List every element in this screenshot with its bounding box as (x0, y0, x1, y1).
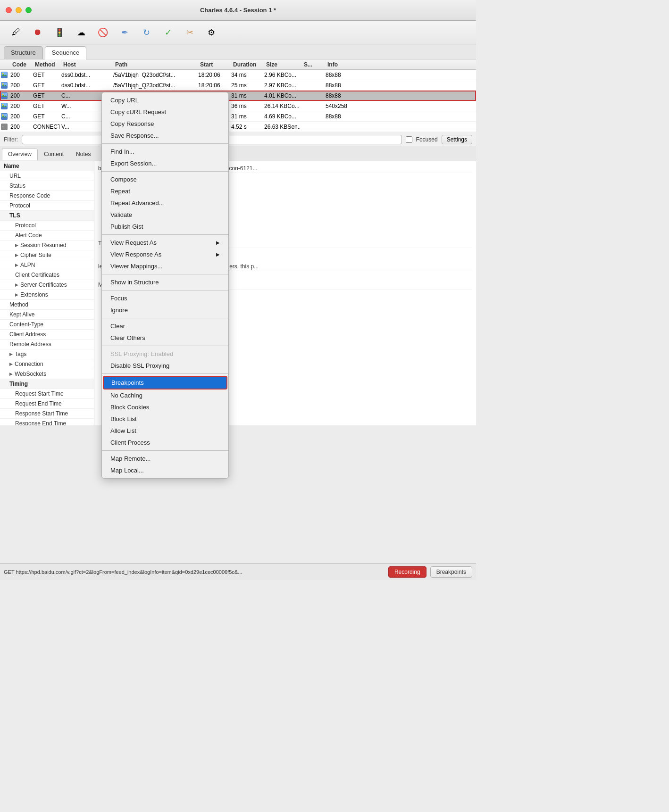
sidebar-item-timing: Timing (0, 379, 94, 389)
menu-item-export-session[interactable]: Export Session... (102, 157, 228, 169)
record-icon[interactable]: ⏺ (31, 26, 44, 39)
sidebar-item-connection: ▶ Connection (0, 359, 94, 369)
settings-icon[interactable]: ⚙ (205, 26, 218, 39)
menu-item-block-list[interactable]: Block List (102, 413, 228, 425)
menu-item-map-local[interactable]: Map Local... (102, 464, 228, 476)
col-path: Path (113, 61, 198, 68)
menu-item-repeat-advanced[interactable]: Repeat Advanced... (102, 197, 228, 209)
table-header: Code Method Host Path Start Duration Siz… (0, 59, 476, 70)
cell: /5aV1bjqh_Q23odCf/st... (111, 82, 196, 89)
checkmark-icon[interactable]: ✓ (161, 26, 175, 39)
menu-separator (102, 171, 228, 172)
menu-item-focus[interactable]: Focus (102, 292, 228, 304)
menu-item-breakpoints[interactable]: Breakpoints (103, 376, 227, 389)
chevron-right-icon: ▶ (15, 282, 18, 287)
table-row[interactable]: 200GETW...9...18:20:0636 ms26.14 KBCo...… (0, 101, 476, 111)
title-bar: Charles 4.6.4 - Session 1 * (0, 0, 476, 21)
sidebar-item-client-address: Client Address (0, 330, 94, 340)
sidebar-label: Remote Address (9, 341, 51, 348)
menu-item-label: No Caching (110, 392, 142, 399)
table-row[interactable]: 200GETdss0.bdst.../5aV1bjqh_Q23odCf/st..… (0, 70, 476, 80)
sidebar-label: Response Start Time (15, 410, 68, 417)
menu-item-copy-curl-request[interactable]: Copy cURL Request (102, 106, 228, 118)
bottom-panel: NameURLStatusResponse CodeProtocolTLSPro… (0, 161, 476, 425)
recording-button[interactable]: Recording (388, 566, 426, 578)
sidebar-label: Timing (9, 381, 28, 387)
menu-item-ignore[interactable]: Ignore (102, 304, 228, 316)
row-icon (0, 113, 8, 120)
menu-separator (102, 373, 228, 374)
cell: 4.52 s (229, 124, 262, 130)
menu-item-clear-others[interactable]: Clear Others (102, 332, 228, 344)
menu-item-copy-url[interactable]: Copy URL (102, 94, 228, 106)
menu-item-label: View Response As (110, 251, 161, 258)
col-size: Size (264, 61, 302, 68)
close-button[interactable] (6, 7, 12, 13)
menu-item-label: Client Process (110, 439, 150, 446)
cell: 34 ms (229, 72, 262, 78)
cell: 31 ms (229, 113, 262, 120)
tab-overview[interactable]: Overview (2, 148, 38, 160)
cell: 88x88 (324, 113, 476, 120)
menu-separator (102, 346, 228, 346)
cell: GET (31, 82, 59, 89)
cell: 200 (8, 72, 31, 78)
chevron-right-icon: ▶ (15, 253, 18, 257)
menu-item-view-request-as[interactable]: View Request As▶ (102, 237, 228, 249)
pencil-icon[interactable]: 🖊 (9, 26, 23, 39)
table-row[interactable]: ↑200CONNECTV...18:20:064.52 s26.63 KBSen… (0, 122, 476, 132)
sidebar-item-alpn: ▶ ALPN (0, 260, 94, 270)
menu-item-label: SSL Proxying: Enabled (110, 350, 173, 357)
menu-item-save-response[interactable]: Save Response... (102, 130, 228, 141)
cloud-icon[interactable]: ☁ (75, 26, 88, 39)
sidebar-label: Connection (15, 361, 43, 367)
menu-item-client-process[interactable]: Client Process (102, 437, 228, 448)
chevron-right-icon: ▶ (15, 292, 18, 297)
menu-item-label: Copy cURL Request (110, 108, 166, 116)
menu-item-publish-gist[interactable]: Publish Gist (102, 221, 228, 232)
compose-icon[interactable]: ✒ (118, 26, 131, 39)
menu-item-label: Find In... (110, 148, 134, 155)
table-row[interactable]: 200GETdss0.bdst.../5aV1bjqh_Q23odCf/st..… (0, 80, 476, 91)
menu-item-disable-ssl-proxying[interactable]: Disable SSL Proxying (102, 360, 228, 372)
menu-item-repeat[interactable]: Repeat (102, 185, 228, 197)
col-s: S... (302, 61, 326, 68)
table-row[interactable]: 200GETC.../5aV1bjqh_Q23odCf/st...18:20:0… (0, 91, 476, 101)
cell: dss0.bdst... (59, 82, 111, 89)
tab-structure[interactable]: Structure (4, 46, 43, 59)
minimize-button[interactable] (16, 7, 22, 13)
cell: 200 (8, 124, 31, 130)
menu-item-find-in[interactable]: Find In... (102, 146, 228, 157)
stop-icon[interactable]: 🚫 (96, 26, 109, 39)
settings-button[interactable]: Settings (442, 135, 472, 144)
menu-item-allow-list[interactable]: Allow List (102, 425, 228, 437)
menu-item-show-in-structure[interactable]: Show in Structure (102, 276, 228, 288)
menu-item-block-cookies[interactable]: Block Cookies (102, 401, 228, 413)
menu-item-view-response-as[interactable]: View Response As▶ (102, 249, 228, 260)
tab-notes[interactable]: Notes (70, 148, 97, 160)
menu-item-clear[interactable]: Clear (102, 320, 228, 332)
table-row[interactable]: 200GETC...st...18:20:0631 ms4.69 KBCo...… (0, 111, 476, 122)
menu-item-compose[interactable]: Compose (102, 174, 228, 185)
tab-content[interactable]: Content (38, 148, 70, 160)
col-start: Start (198, 61, 231, 68)
tools-icon[interactable]: ✂ (183, 26, 196, 39)
menu-item-copy-response[interactable]: Copy Response (102, 118, 228, 130)
menu-item-viewer-mappings[interactable]: Viewer Mappings... (102, 260, 228, 272)
menu-item-validate[interactable]: Validate (102, 209, 228, 221)
tab-sequence[interactable]: Sequence (45, 46, 87, 59)
breakpoints-button[interactable]: Breakpoints (430, 566, 472, 578)
status-bar: GET https://hpd.baidu.com/v.gif?ct=2&log… (0, 563, 476, 580)
menu-separator (102, 234, 228, 235)
menu-item-map-remote[interactable]: Map Remote... (102, 453, 228, 464)
throttle-icon[interactable]: 🚦 (53, 26, 66, 39)
maximize-button[interactable] (25, 7, 32, 13)
menu-separator (102, 143, 228, 144)
focused-checkbox[interactable] (406, 136, 412, 143)
cell: 540x258 (324, 103, 476, 109)
cell: 4.69 KBCo... (262, 113, 300, 120)
refresh-icon[interactable]: ↻ (140, 26, 153, 39)
menu-item-no-caching[interactable]: No Caching (102, 389, 228, 401)
menu-item-label: Map Local... (110, 467, 144, 474)
menu-item-label: Focus (110, 295, 127, 302)
